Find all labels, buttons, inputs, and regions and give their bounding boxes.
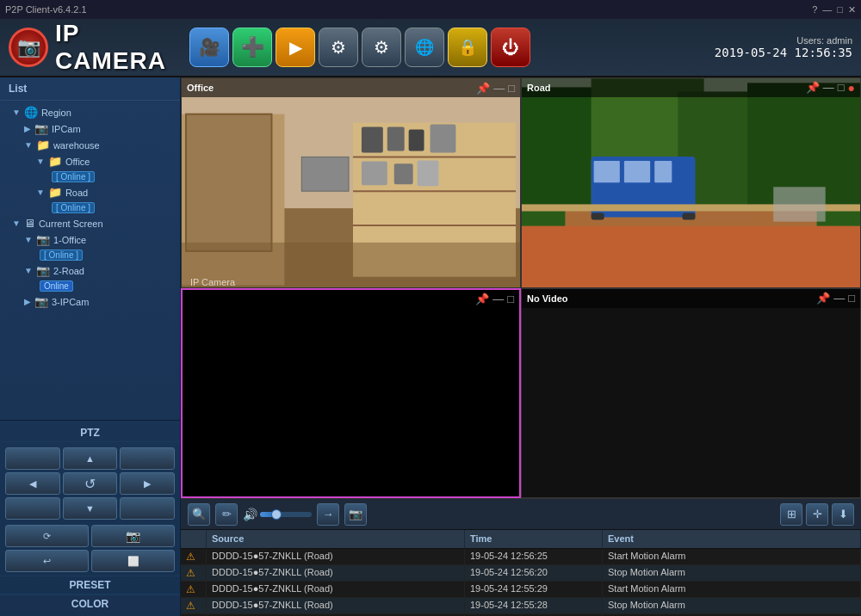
event-col-time: Time (465, 530, 603, 548)
video-panel-office[interactable]: Office 📌 — □ 24.3℃ 57% 2019-05-24 12:56:… (181, 77, 521, 288)
ptz-right-button[interactable]: ▶ (120, 472, 175, 495)
office-panel-max-icon[interactable]: □ (508, 82, 515, 95)
event-time: 19-05-24 12:56:20 (465, 565, 603, 581)
toolbar-live-button[interactable]: 🎥 (189, 28, 229, 67)
preset-label: PRESET (0, 576, 180, 594)
sidebar-item-2-road[interactable]: ▼ 📷 2-Road (0, 262, 180, 279)
main-layout: List ▼ 🌐 Region ▶ 📷 IPCam ▼ 📁 warehouse (0, 77, 861, 616)
sidebar-item-2-road-status: Online (0, 279, 180, 293)
volume-slider-track[interactable] (260, 512, 312, 517)
ptz-upright-button[interactable] (120, 447, 175, 470)
datetime-display: 2019-05-24 12:56:35 (715, 46, 852, 59)
sidebar-item-region[interactable]: ▼ 🌐 Region (0, 104, 180, 120)
expand-icon: ▼ (24, 140, 33, 150)
ptz-controls: ▲ ◀ ↺ ▶ ▼ (0, 442, 180, 525)
sidebar-item-1-office[interactable]: ▼ 📷 1-Office (0, 231, 180, 248)
svg-rect-11 (430, 125, 456, 153)
sidebar-item-3-ipcam[interactable]: ▶ 📷 3-IPCam (0, 293, 180, 310)
volume-control: 🔊 (243, 508, 312, 521)
svg-rect-29 (654, 161, 672, 182)
road-camera-feed (522, 78, 860, 287)
event-log-row[interactable]: ⚠ DDDD-15●57-ZNKLL (Road) 19-05-24 12:55… (181, 598, 861, 614)
ptz-upleft-button[interactable] (5, 447, 60, 470)
novideo-panel-min-icon[interactable]: — (833, 292, 845, 305)
event-log-row[interactable]: ⚠ DDDD-15●57-ZNKLL (Road) 19-05-24 12:56… (181, 565, 861, 582)
toolbar-settings-button[interactable]: ⚙ (362, 28, 401, 67)
event-col-event: Event (603, 530, 861, 548)
empty-panel-header: 📌 — □ (183, 290, 519, 309)
ptz-zoom-in-button[interactable]: ⟳ (5, 525, 89, 547)
road-recording-indicator: ● (848, 81, 855, 95)
svg-rect-10 (409, 130, 424, 151)
toolbar-lock-button[interactable]: 🔒 (448, 28, 487, 67)
svg-rect-3 (186, 114, 271, 251)
event-source: DDDD-15●57-ZNKLL (Road) (207, 565, 465, 581)
novideo-panel-pin-icon[interactable]: 📌 (816, 292, 830, 305)
maximize-button[interactable]: □ (837, 4, 843, 15)
help-button[interactable]: ? (812, 4, 817, 15)
toolbar-network-button[interactable]: 🌐 (405, 28, 444, 67)
ptz-downleft-button[interactable] (5, 497, 60, 520)
empty-panel-max-icon[interactable]: □ (507, 293, 514, 305)
video-panel-empty[interactable]: 📌 — □ (181, 288, 521, 499)
ptz-left-button[interactable]: ◀ (5, 472, 60, 495)
ptz-zoom-out-button[interactable]: ↩ (5, 550, 89, 572)
titlebar: P2P Client-v6.4.2.1 ? — □ ✕ (0, 0, 861, 19)
road-panel-max-icon[interactable]: □ (838, 81, 845, 95)
sidebar-item-warehouse[interactable]: ▼ 📁 warehouse (0, 137, 180, 153)
sidebar-item-ipcam[interactable]: ▶ 📷 IPCam (0, 120, 180, 137)
empty-panel-controls: 📌 — □ (475, 293, 514, 305)
edit-control-button[interactable]: ✏ (215, 503, 238, 526)
more-options-button[interactable]: ⬇ (832, 503, 854, 526)
tree-header: List (0, 77, 180, 101)
content-area: Office 📌 — □ 24.3℃ 57% 2019-05-24 12:56:… (181, 77, 861, 616)
novideo-panel-max-icon[interactable]: □ (848, 292, 855, 305)
ptz-down-button[interactable]: ▼ (63, 497, 118, 520)
ptz-up-button[interactable]: ▲ (63, 447, 118, 470)
1-office-icon: 📷 (36, 233, 50, 246)
office-panel-min-icon[interactable]: — (493, 82, 505, 95)
sidebar: List ▼ 🌐 Region ▶ 📷 IPCam ▼ 📁 warehouse (0, 77, 181, 616)
event-description: Stop Motion Alarm (603, 598, 861, 613)
sidebar-item-current-screen[interactable]: ▼ 🖥 Current Screen (0, 215, 180, 231)
toolbar-playback-button[interactable]: ▶ (276, 28, 315, 67)
road-panel-min-icon[interactable]: — (823, 81, 834, 95)
toolbar-power-button[interactable]: ⏻ (491, 28, 530, 67)
event-log-row[interactable]: ⚠ DDDD-15●57-ZNKLL (Road) 19-05-24 12:55… (181, 582, 861, 598)
empty-panel-min-icon[interactable]: — (492, 293, 504, 305)
video-panel-novideo[interactable]: No Video 📌 — □ (521, 288, 861, 499)
window-controls[interactable]: ? — □ ✕ (812, 4, 856, 15)
toolbar-wheel-button[interactable]: ⚙ (319, 28, 358, 67)
road-panel-pin-icon[interactable]: 📌 (806, 81, 820, 95)
grid-layout-button[interactable]: ⊞ (780, 503, 802, 526)
event-warn-icon: ⚠ (181, 598, 207, 613)
video-panel-road[interactable]: Road 📌 — □ ● 2019-05-24 12:56:35 (521, 77, 861, 288)
minimize-button[interactable]: — (822, 4, 832, 15)
event-log-row[interactable]: ⚠ DDDD-15●57-ZNKLL (Road) 19-05-24 12:56… (181, 549, 861, 565)
volume-handle[interactable] (271, 509, 282, 520)
road-label: Road (65, 188, 88, 198)
ptz-record-button[interactable]: ⬜ (91, 550, 175, 572)
expand-icon: ▶ (24, 297, 31, 306)
sidebar-item-office[interactable]: ▼ 📁 Office (0, 153, 180, 169)
event-log-header: Source Time Event (181, 530, 861, 549)
arrow-control-button[interactable]: → (317, 503, 339, 526)
office-panel-title: Office (187, 83, 214, 93)
svg-rect-9 (387, 127, 405, 151)
empty-panel-pin-icon[interactable]: 📌 (475, 293, 489, 305)
road-panel-header: Road 📌 — □ ● (522, 78, 860, 97)
ptz-snapshot-button[interactable]: 📷 (91, 525, 175, 547)
office-camera-feed: IP Camera (182, 78, 520, 287)
ptz-center-button[interactable]: ↺ (63, 472, 118, 495)
snapshot-control-button[interactable]: 📷 (344, 503, 367, 526)
search-control-button[interactable]: 🔍 (188, 503, 210, 526)
cross-layout-button[interactable]: ✛ (806, 503, 828, 526)
office-panel-pin-icon[interactable]: 📌 (476, 82, 490, 95)
toolbar-add-button[interactable]: ➕ (232, 28, 272, 67)
close-button[interactable]: ✕ (848, 4, 856, 15)
event-source: DDDD-15●57-ZNKLL (Road) (207, 598, 465, 613)
sidebar-item-road[interactable]: ▼ 📁 Road (0, 184, 180, 200)
expand-icon: ▼ (36, 157, 45, 166)
ptz-downright-button[interactable] (120, 497, 175, 520)
bottom-right-controls: ⊞ ✛ ⬇ (780, 503, 854, 526)
